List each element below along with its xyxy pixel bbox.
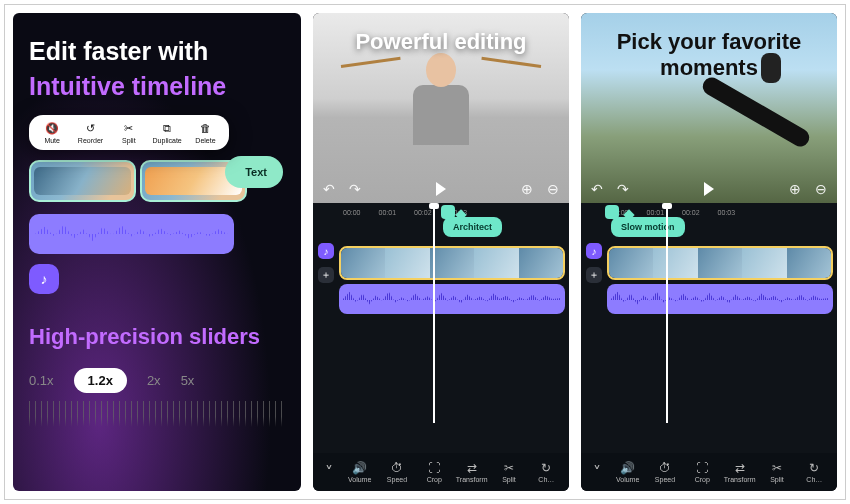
transform-icon: ⇄ (733, 461, 747, 475)
speed-option[interactable]: 5x (181, 373, 195, 388)
heading-edit-faster: Edit faster with (29, 37, 285, 66)
split-label: Split (122, 137, 136, 144)
audio-track[interactable] (607, 284, 833, 314)
duplicate-label: Duplicate (153, 137, 182, 144)
video-track[interactable] (339, 246, 565, 280)
heading-powerful-editing: Powerful editing (313, 13, 569, 61)
delete-icon: 🗑 (198, 121, 212, 135)
mute-icon: 🔇 (45, 121, 59, 135)
effect-chip[interactable]: Slow motion (611, 217, 685, 237)
video-preview[interactable]: Pick your favorite moments ↶ ↷ ⊕ ⊖ (581, 13, 837, 203)
zoom-out-button[interactable]: ⊖ (813, 181, 829, 197)
add-music-button[interactable]: ♪ (586, 243, 602, 259)
effect-chip[interactable]: Architect (443, 217, 502, 237)
timecode: 00:00 (343, 209, 361, 216)
timeline-side-controls: ♪ ＋ (585, 243, 603, 423)
playhead[interactable] (666, 205, 668, 423)
video-clip[interactable] (29, 160, 136, 202)
speed-option[interactable]: 0.1x (29, 373, 54, 388)
split-tool[interactable]: ✂Split (490, 461, 527, 483)
audio-track[interactable] (29, 214, 234, 254)
reorder-button[interactable]: ↺ Reorder (73, 121, 107, 144)
crop-icon: ⛶ (695, 461, 709, 475)
mute-button[interactable]: 🔇 Mute (35, 121, 69, 144)
video-preview[interactable]: Powerful editing ↶ ↷ ⊕ ⊖ (313, 13, 569, 203)
speed-slider[interactable]: 0.1x 1.2x 2x 5x (29, 368, 285, 393)
add-track-button[interactable]: ＋ (318, 267, 334, 283)
timecode: 00:02 (682, 209, 700, 216)
speed-option[interactable]: 2x (147, 373, 161, 388)
timeline[interactable]: 00:00 00:01 00:02 00:03 Architect ♪ ＋ (313, 203, 569, 453)
transform-tool[interactable]: ⇄Transform (453, 461, 490, 483)
undo-button[interactable]: ↶ (589, 181, 605, 197)
play-button[interactable] (436, 182, 446, 196)
transform-tool[interactable]: ⇄Transform (721, 461, 758, 483)
zoom-in-button[interactable]: ⊕ (787, 181, 803, 197)
speed-tool[interactable]: ⏱Speed (646, 461, 683, 483)
volume-tool[interactable]: 🔊Volume (609, 461, 646, 483)
preview-controls: ↶ ↷ ⊕ ⊖ (581, 181, 837, 197)
timecode: 00:02 (414, 209, 432, 216)
audio-track[interactable] (339, 284, 565, 314)
heading-sliders: High-precision sliders (29, 324, 285, 350)
bottom-toolbar: ˅ 🔊Volume ⏱Speed ⛶Crop ⇄Transform ✂Split… (313, 453, 569, 491)
reorder-label: Reorder (78, 137, 103, 144)
clip-context-toolbar: 🔇 Mute ↺ Reorder ✂ Split ⧉ Duplicate 🗑 D… (29, 115, 229, 150)
add-music-button[interactable]: ♪ (29, 264, 59, 294)
crop-tool[interactable]: ⛶Crop (684, 461, 721, 483)
play-button[interactable] (704, 182, 714, 196)
zoom-out-button[interactable]: ⊖ (545, 181, 561, 197)
split-tool[interactable]: ✂Split (758, 461, 795, 483)
panel-powerful-editing: Powerful editing ↶ ↷ ⊕ ⊖ 00:00 00:0 (313, 13, 569, 491)
video-track[interactable] (607, 246, 833, 280)
timeline-side-controls: ♪ ＋ (317, 243, 335, 423)
delete-button[interactable]: 🗑 Delete (188, 121, 222, 144)
music-note-icon: ♪ (41, 271, 48, 287)
expand-toolbar-button[interactable]: ˅ (317, 460, 341, 484)
split-button[interactable]: ✂ Split (112, 121, 146, 144)
panel-intro: Edit faster with Intuitive timeline 🔇 Mu… (13, 13, 301, 491)
rotate-icon: ↻ (539, 461, 553, 475)
text-overlay-chip[interactable]: Text (225, 156, 283, 188)
timecode: 00:03 (718, 209, 736, 216)
timeline[interactable]: 00:00 00:01 00:02 00:03 Slow motion ♪ ＋ (581, 203, 837, 453)
heading-intuitive-timeline: Intuitive timeline (29, 72, 285, 101)
add-track-button[interactable]: ＋ (586, 267, 602, 283)
duplicate-icon: ⧉ (160, 121, 174, 135)
volume-icon: 🔊 (621, 461, 635, 475)
speed-icon: ⏱ (658, 461, 672, 475)
speed-option-active[interactable]: 1.2x (74, 368, 127, 393)
mute-label: Mute (44, 137, 60, 144)
playhead[interactable] (433, 205, 435, 423)
more-tool[interactable]: ↻Ch… (528, 461, 565, 483)
split-icon: ✂ (122, 121, 136, 135)
bottom-toolbar: ˅ 🔊Volume ⏱Speed ⛶Crop ⇄Transform ✂Split… (581, 453, 837, 491)
timecode: 00:01 (647, 209, 665, 216)
heading-pick-moments: Pick your favorite moments (581, 13, 837, 87)
more-tool[interactable]: ↻Ch… (796, 461, 833, 483)
volume-icon: 🔊 (353, 461, 367, 475)
undo-button[interactable]: ↶ (321, 181, 337, 197)
redo-button[interactable]: ↷ (615, 181, 631, 197)
preview-controls: ↶ ↷ ⊕ ⊖ (313, 181, 569, 197)
transform-icon: ⇄ (465, 461, 479, 475)
reorder-icon: ↺ (83, 121, 97, 135)
volume-tool[interactable]: 🔊Volume (341, 461, 378, 483)
crop-tool[interactable]: ⛶Crop (416, 461, 453, 483)
rotate-icon: ↻ (807, 461, 821, 475)
panel-pick-moments: Pick your favorite moments ↶ ↷ ⊕ ⊖ 00:00 (581, 13, 837, 491)
speed-tool[interactable]: ⏱Speed (378, 461, 415, 483)
video-clips-row (29, 160, 247, 202)
add-music-button[interactable]: ♪ (318, 243, 334, 259)
preview-figure (391, 53, 491, 193)
duplicate-button[interactable]: ⧉ Duplicate (150, 121, 184, 144)
expand-toolbar-button[interactable]: ˅ (585, 460, 609, 484)
redo-button[interactable]: ↷ (347, 181, 363, 197)
zoom-in-button[interactable]: ⊕ (519, 181, 535, 197)
delete-label: Delete (195, 137, 215, 144)
app-frame: Edit faster with Intuitive timeline 🔇 Mu… (4, 4, 846, 500)
crop-icon: ⛶ (427, 461, 441, 475)
timecode: 00:01 (379, 209, 397, 216)
slider-ruler[interactable] (29, 401, 285, 427)
split-icon: ✂ (770, 461, 784, 475)
